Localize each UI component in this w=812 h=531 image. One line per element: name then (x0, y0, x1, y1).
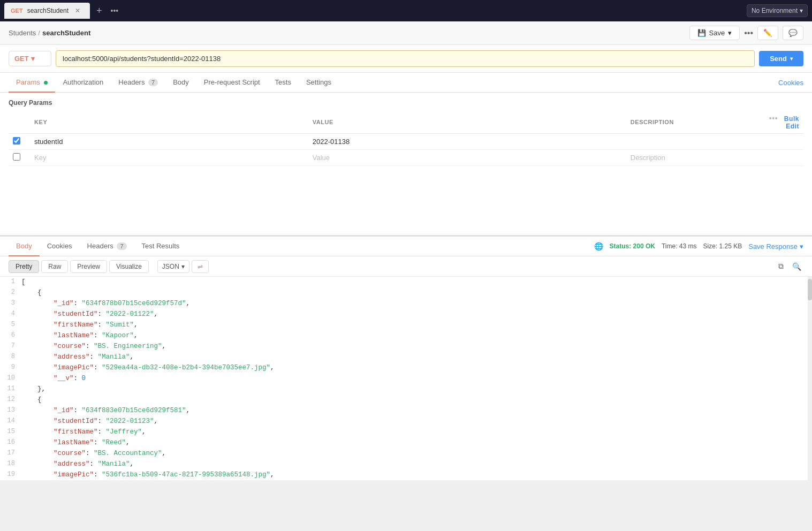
code-line: 1[ (0, 277, 812, 287)
env-label: No Environment (752, 7, 798, 14)
code-line: 10 "__v": 0 (0, 373, 812, 384)
toolbar-more-icon[interactable]: ••• (744, 28, 753, 38)
wrap-button[interactable]: ⇌ (192, 260, 209, 273)
wrap-icon: ⇌ (198, 263, 203, 270)
th-value: VALUE (308, 111, 626, 134)
code-line: 16 "lastName": "Reed", (0, 437, 812, 448)
request-bar: GET ▾ Send ▾ (0, 45, 812, 73)
code-line: 7 "course": "BS. Engineering", (0, 341, 812, 352)
copy-button[interactable]: ⧉ (776, 260, 786, 273)
table-row: studentId 2022-01138 (9, 134, 803, 150)
line-number: 15 (0, 427, 21, 437)
empty-desc-placeholder: Description (631, 154, 665, 162)
method-selector[interactable]: GET ▾ (9, 51, 51, 66)
line-number: 8 (0, 352, 21, 362)
query-params-section: Query Params KEY VALUE DESCRIPTION ••• B… (0, 93, 812, 166)
th-key: KEY (30, 111, 308, 134)
code-line: 2 { (0, 287, 812, 298)
code-line: 5 "firstName": "Sumit", (0, 320, 812, 330)
raw-button[interactable]: Raw (41, 260, 68, 273)
visualize-button[interactable]: Visualize (109, 260, 149, 273)
save-icon: 💾 (697, 29, 706, 37)
tab-prerequest[interactable]: Pre-request Script (196, 73, 268, 93)
params-table: KEY VALUE DESCRIPTION ••• Bulk Edit (9, 111, 803, 166)
response-tabs-row: Body Cookies Headers 7 Test Results 🌐 St… (0, 236, 812, 256)
status-size: Size: 1.25 KB (703, 242, 742, 250)
line-content: "course": "BS. Accountancy", (21, 448, 812, 459)
tab-close-icon[interactable]: ✕ (75, 7, 80, 14)
status-time: Time: 43 ms (662, 242, 697, 250)
tab-params-label: Params (16, 78, 40, 86)
save-button[interactable]: 💾 Save ▾ (689, 26, 740, 40)
line-number: 11 (0, 384, 21, 394)
response-tab-test-results[interactable]: Test Results (134, 237, 187, 256)
param-value-cell[interactable]: 2022-01138 (308, 134, 626, 150)
format-chevron-icon: ▾ (181, 263, 185, 270)
new-tab-button[interactable]: + (92, 5, 107, 17)
status-ok: Status: 200 OK (610, 242, 655, 250)
empty-param-checkbox[interactable] (13, 153, 20, 161)
format-selector[interactable]: JSON ▾ (157, 260, 189, 273)
tab-tests[interactable]: Tests (268, 73, 299, 93)
tab-params[interactable]: Params (9, 73, 55, 93)
response-headers-badge: 7 (117, 242, 126, 250)
preview-button[interactable]: Preview (70, 260, 107, 273)
line-content: "firstName": "Sumit", (21, 320, 812, 330)
code-line: 19 "imagePic": "536fc1ba-b509-47ac-8217-… (0, 469, 812, 480)
line-content: "studentId": "2022-01123", (21, 416, 812, 427)
empty-desc-cell[interactable]: Description (626, 150, 761, 166)
edit-button[interactable]: ✏️ (757, 26, 778, 40)
table-dots-icon[interactable]: ••• (769, 114, 778, 123)
line-number: 10 (0, 373, 21, 383)
param-key-cell[interactable]: studentId (30, 134, 308, 150)
tab-settings[interactable]: Settings (299, 73, 339, 93)
code-line: 3 "_id": "634f878b07b15ce6d929f57d", (0, 298, 812, 309)
code-viewer[interactable]: 1[2 {3 "_id": "634f878b07b15ce6d929f57d"… (0, 277, 812, 480)
save-response-button[interactable]: Save Response ▾ (748, 242, 803, 251)
empty-key-cell[interactable]: Key (30, 150, 308, 166)
save-dropdown-icon[interactable]: ▾ (728, 29, 732, 37)
tab-bar-right: No Environment ▾ (747, 4, 808, 17)
param-desc-cell[interactable] (626, 134, 761, 150)
response-tab-body[interactable]: Body (9, 237, 40, 256)
response-tab-headers[interactable]: Headers 7 (80, 237, 134, 256)
response-tab-cookies[interactable]: Cookies (40, 237, 80, 256)
tab-body[interactable]: Body (165, 73, 196, 93)
row-checkbox-cell[interactable] (9, 134, 30, 150)
empty-value-cell[interactable]: Value (308, 150, 626, 166)
pretty-button[interactable]: Pretty (9, 260, 39, 273)
search-button[interactable]: 🔍 (790, 260, 803, 273)
chat-button[interactable]: 💬 (783, 26, 803, 40)
code-line: 8 "address": "Manila", (0, 352, 812, 362)
line-number: 14 (0, 416, 21, 426)
code-line: 9 "imagePic": "529ea44a-db32-408e-b2b4-3… (0, 362, 812, 373)
breadcrumb-students[interactable]: Students (9, 29, 36, 37)
cookies-button[interactable]: Cookies (778, 79, 803, 87)
tab-overflow-icon[interactable]: ••• (109, 6, 121, 15)
code-line: 18 "address": "Manila", (0, 459, 812, 469)
tab-headers[interactable]: Headers 7 (111, 73, 165, 93)
environment-selector[interactable]: No Environment ▾ (747, 4, 808, 17)
bulk-edit-button[interactable]: Bulk Edit (784, 115, 799, 130)
line-content: "studentId": "2022-01122", (21, 309, 812, 320)
tab-method: GET (11, 7, 23, 14)
tab-prerequest-label: Pre-request Script (204, 78, 260, 86)
breadcrumb-current: searchStudent (42, 29, 90, 37)
tab-authorization[interactable]: Authorization (55, 73, 111, 93)
th-checkbox (9, 111, 30, 134)
url-input[interactable] (56, 50, 755, 67)
line-content: [ (21, 277, 812, 287)
tab-searchstudent[interactable]: GET searchStudent ✕ (4, 3, 90, 19)
save-label: Save (709, 29, 725, 37)
breadcrumb-separator: / (38, 29, 40, 37)
headers-badge: 7 (148, 79, 158, 86)
line-content: "imagePic": "536fc1ba-b509-47ac-8217-995… (21, 469, 812, 480)
param-checkbox[interactable] (13, 137, 20, 145)
line-content: "lastName": "Kapoor", (21, 330, 812, 341)
line-content: { (21, 287, 812, 298)
format-label: JSON (162, 263, 179, 270)
send-arrow-icon: ▾ (790, 56, 793, 62)
line-number: 13 (0, 405, 21, 415)
send-button[interactable]: Send ▾ (759, 51, 803, 66)
line-number: 18 (0, 459, 21, 469)
